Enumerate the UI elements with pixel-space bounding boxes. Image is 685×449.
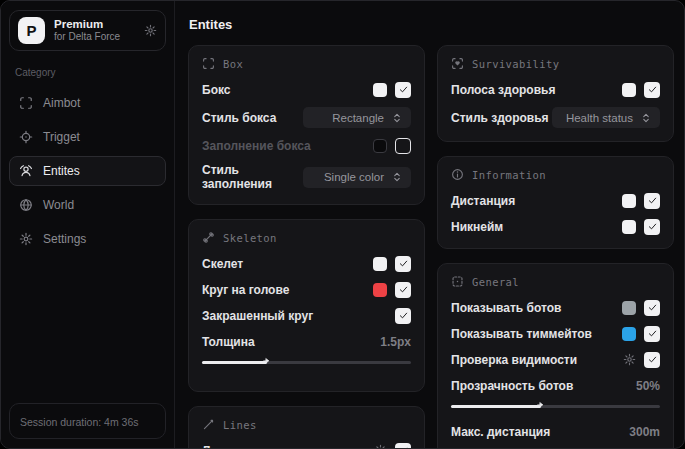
setting-row: Закрашенный круг bbox=[202, 307, 411, 324]
page-title: Entites bbox=[189, 17, 675, 32]
crosshair-icon bbox=[19, 130, 33, 144]
setting-label: Бокс bbox=[202, 83, 373, 97]
sidebar-item-aimbot[interactable]: Aimbot bbox=[9, 88, 166, 118]
setting-row: Заполнение бокса bbox=[202, 137, 411, 154]
gear-icon[interactable] bbox=[144, 24, 157, 37]
slider-thumb[interactable] bbox=[263, 357, 274, 368]
slider-thumb[interactable] bbox=[537, 401, 548, 412]
color-swatch[interactable] bbox=[622, 301, 636, 315]
setting-label: Толщина bbox=[202, 335, 380, 349]
chevron-unfold-icon bbox=[391, 112, 403, 124]
slider[interactable] bbox=[451, 400, 660, 412]
setting-label: Показывать тиммейтов bbox=[451, 327, 622, 341]
slider[interactable] bbox=[451, 446, 660, 448]
sidebar-item-label: Aimbot bbox=[43, 96, 80, 110]
info-icon bbox=[451, 168, 464, 181]
sidebar-item-settings[interactable]: Settings bbox=[9, 224, 166, 254]
setting-row: Прозрачность ботов50% bbox=[451, 377, 660, 394]
line-icon bbox=[202, 418, 215, 431]
checkbox[interactable] bbox=[644, 82, 660, 98]
sidebar: P Premium for Delta Force Category Aimbo… bbox=[1, 1, 175, 448]
setting-label: Круг на голове bbox=[202, 283, 373, 297]
checkbox[interactable] bbox=[395, 308, 411, 324]
setting-row: Стиль здоровьяHealth status bbox=[451, 107, 660, 128]
setting-row: Линия до врага bbox=[202, 442, 411, 448]
sidebar-item-label: Settings bbox=[43, 232, 86, 246]
setting-row: Полоса здоровья bbox=[451, 81, 660, 98]
setting-label: Показывать ботов bbox=[451, 301, 622, 315]
checkbox[interactable] bbox=[395, 256, 411, 272]
color-swatch[interactable] bbox=[622, 220, 636, 234]
checkbox[interactable] bbox=[644, 326, 660, 342]
checkbox[interactable] bbox=[644, 352, 660, 368]
setting-label: Дистанция bbox=[451, 194, 622, 208]
gear-icon[interactable] bbox=[374, 444, 387, 448]
setting-label: Полоса здоровья bbox=[451, 83, 622, 97]
setting-label: Заполнение бокса bbox=[202, 139, 373, 153]
checkbox[interactable] bbox=[644, 300, 660, 316]
sidebar-item-world[interactable]: World bbox=[9, 190, 166, 220]
dropdown-1[interactable]: Rectangle bbox=[303, 107, 411, 128]
chevron-unfold-icon bbox=[640, 112, 652, 124]
card-information: InformationДистанцияНикнейм bbox=[437, 156, 674, 249]
checkbox[interactable] bbox=[395, 138, 411, 154]
setting-label: Стиль заполнения bbox=[202, 163, 303, 191]
globe-icon bbox=[19, 198, 33, 212]
checkbox[interactable] bbox=[644, 219, 660, 235]
card-title: Lines bbox=[223, 419, 257, 431]
setting-row: Бокс bbox=[202, 81, 411, 98]
sidebar-item-entites[interactable]: Entites bbox=[9, 156, 166, 186]
setting-label: Скелет bbox=[202, 257, 373, 271]
setting-row: Стиль боксаRectangle bbox=[202, 107, 411, 128]
color-swatch[interactable] bbox=[622, 194, 636, 208]
card-lines: LinesЛиния до врагаЛиния взгляда bbox=[188, 406, 425, 448]
slider-value: 1.5px bbox=[380, 335, 411, 349]
setting-row: Стиль заполненияSingle color bbox=[202, 163, 411, 191]
brand-title: Premium bbox=[54, 17, 135, 31]
dropdown-value: Health status bbox=[566, 112, 633, 124]
checkbox[interactable] bbox=[395, 443, 411, 449]
card-survivability: SurvivabilityПолоса здоровьяСтиль здоров… bbox=[437, 45, 674, 142]
setting-row: Показывать тиммейтов bbox=[451, 325, 660, 342]
dropdown-value: Rectangle bbox=[332, 112, 384, 124]
setting-row: Круг на голове bbox=[202, 281, 411, 298]
slider-value: 50% bbox=[636, 379, 660, 393]
setting-row: Никнейм bbox=[451, 218, 660, 235]
slider-fill bbox=[451, 405, 541, 408]
setting-row: Показывать ботов bbox=[451, 299, 660, 316]
slider-thumb[interactable] bbox=[566, 447, 577, 448]
slider-fill bbox=[202, 361, 267, 364]
gear-icon[interactable] bbox=[623, 353, 636, 366]
card-box: BoxБоксСтиль боксаRectangleЗаполнение бо… bbox=[188, 45, 425, 205]
setting-label: Прозрачность ботов bbox=[451, 379, 636, 393]
color-swatch[interactable] bbox=[373, 257, 387, 271]
card-title: Information bbox=[472, 169, 546, 181]
slider[interactable] bbox=[202, 356, 411, 368]
dropdown-value: Single color bbox=[324, 171, 384, 183]
sidebar-item-label: World bbox=[43, 198, 74, 212]
setting-label: Стиль бокса bbox=[202, 111, 303, 125]
setting-row: Скелет bbox=[202, 255, 411, 272]
setting-label: Закрашенный круг bbox=[202, 309, 395, 323]
setting-row: Макс. дистанция300m bbox=[451, 423, 660, 440]
setting-row: Дистанция bbox=[451, 192, 660, 209]
category-label: Category bbox=[15, 67, 166, 78]
checkbox[interactable] bbox=[395, 82, 411, 98]
setting-label: Линия до врага bbox=[202, 444, 374, 449]
color-swatch[interactable] bbox=[622, 83, 636, 97]
card-title: Box bbox=[223, 58, 243, 70]
dropdown-1[interactable]: Health status bbox=[552, 107, 660, 128]
entities-icon bbox=[19, 164, 33, 178]
setting-label: Никнейм bbox=[451, 220, 622, 234]
color-swatch[interactable] bbox=[622, 327, 636, 341]
card-title: General bbox=[472, 276, 519, 288]
color-swatch[interactable] bbox=[373, 283, 387, 297]
checkbox[interactable] bbox=[644, 193, 660, 209]
sidebar-item-trigget[interactable]: Trigget bbox=[9, 122, 166, 152]
dropdown-3[interactable]: Single color bbox=[303, 167, 411, 188]
color-swatch[interactable] bbox=[373, 139, 387, 153]
heart-scan-icon bbox=[451, 57, 464, 70]
checkbox[interactable] bbox=[395, 282, 411, 298]
main-panel: Entites BoxБоксСтиль боксаRectangleЗапол… bbox=[175, 1, 684, 448]
color-swatch[interactable] bbox=[373, 83, 387, 97]
